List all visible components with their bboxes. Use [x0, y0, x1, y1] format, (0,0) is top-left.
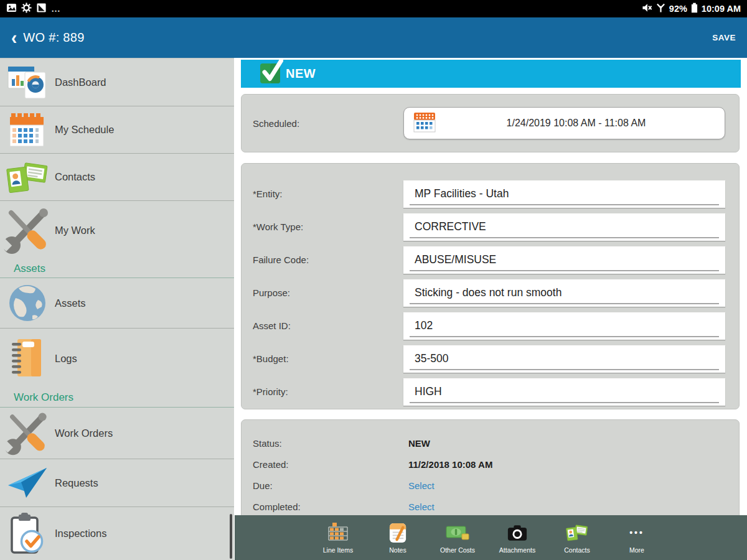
form-row-failure-code: Failure Code: ABUSE/MISUSE — [242, 243, 739, 276]
sidebar-section-label: Assets — [14, 263, 45, 275]
field-label: Asset ID: — [242, 320, 403, 331]
sidebar-item-label: Contacts — [55, 171, 95, 183]
field-label: *Work Type: — [242, 222, 403, 232]
work-type-field[interactable]: CORRECTIVE — [403, 213, 725, 241]
due-row: Due: Select — [242, 475, 739, 496]
toolbar-other-costs-button[interactable]: Other Costs — [428, 521, 487, 554]
notification-overflow-icon: … — [51, 6, 60, 12]
sidebar-section-label: Work Orders — [14, 391, 73, 404]
completed-label: Completed: — [242, 502, 408, 512]
toolbar-item-label: Notes — [389, 546, 406, 554]
created-label: Created: — [242, 459, 408, 470]
wrench-screwdriver-icon — [0, 409, 55, 457]
status-banner-text: NEW — [286, 67, 316, 81]
field-label: *Budget: — [242, 353, 403, 364]
paper-plane-icon — [0, 467, 55, 499]
scheduled-date-value: 1/24/2019 10:08 AM - 11:08 AM — [436, 118, 716, 129]
sidebar-item-label: Logs — [55, 353, 77, 365]
schedule-calendar-icon — [0, 112, 55, 148]
toolbar-notes-button[interactable]: Notes — [368, 521, 428, 554]
logs-notebook-icon — [0, 338, 55, 379]
status-value: NEW — [408, 438, 430, 449]
line-items-icon — [327, 521, 349, 544]
sidebar-item-requests[interactable]: Requests — [0, 459, 234, 507]
purpose-field[interactable]: Sticking - does not run smooth — [403, 279, 725, 307]
status-row: Status: NEW — [242, 432, 739, 454]
asset-id-field[interactable]: 102 — [403, 312, 725, 340]
contacts-cards-icon — [0, 161, 55, 194]
failure-code-field[interactable]: ABUSE/MISUSE — [403, 246, 725, 274]
scheduled-panel: Scheduled: 1/24/2019 10:08 AM - 11:08 AM — [241, 94, 740, 152]
sidebar-item-my-schedule[interactable]: My Schedule — [0, 106, 234, 154]
field-label: *Entity: — [242, 189, 403, 199]
created-row: Created: 11/2/2018 10:08 AM — [242, 454, 739, 475]
toolbar-item-label: Attachments — [499, 546, 535, 554]
field-label: Failure Code: — [242, 254, 403, 265]
android-status-bar: … 92% 10:09 AM — [0, 0, 747, 17]
toolbar-contacts-button[interactable]: Contacts — [547, 521, 607, 554]
toolbar-line-items-button[interactable]: Line Items — [308, 521, 368, 554]
sidebar-item-assets[interactable]: Assets — [0, 278, 234, 329]
form-row-entity: *Entity: MP Facilities - Utah — [242, 177, 739, 210]
due-select-link[interactable]: Select — [408, 480, 435, 491]
sidebar-item-label: DashBoard — [55, 77, 106, 88]
work-order-detail: NEW Scheduled: 1/24/2019 10:08 AM - 11:0… — [235, 58, 747, 560]
form-row-budget: *Budget: 35-500 — [242, 342, 739, 375]
save-button[interactable]: SAVE — [712, 33, 736, 42]
battery-icon — [691, 2, 698, 15]
toolbar-item-label: Contacts — [564, 546, 590, 554]
toolbar-more-button[interactable]: ••• More — [607, 521, 667, 554]
sidebar-section-work-orders: Work Orders — [0, 388, 234, 408]
sidebar-item-my-work[interactable]: My Work — [0, 201, 234, 259]
form-row-priority: *Priority: HIGH — [242, 375, 739, 408]
sidebar-item-label: Work Orders — [55, 427, 113, 439]
scheduled-label: Scheduled: — [242, 118, 403, 129]
sidebar-item-logs[interactable]: Logs — [0, 329, 234, 388]
sidebar-scrollbar[interactable] — [230, 514, 232, 559]
status-banner: NEW — [241, 60, 741, 88]
calendar-icon — [413, 110, 436, 136]
completed-select-link[interactable]: Select — [408, 502, 435, 512]
inspection-clipboard-icon — [0, 513, 55, 555]
more-dots-icon: ••• — [629, 521, 644, 544]
toolbar-item-label: Other Costs — [440, 546, 475, 554]
toolbar-item-label: More — [629, 546, 644, 554]
due-label: Due: — [242, 480, 408, 491]
bottom-toolbar: Line Items Notes Other Costs Attachments… — [235, 515, 747, 560]
work-order-form-panel: *Entity: MP Facilities - Utah *Work Type… — [241, 163, 740, 409]
app-header: ‹ WO #: 889 SAVE — [0, 17, 747, 58]
scheduled-date-button[interactable]: 1/24/2019 10:08 AM - 11:08 AM — [403, 107, 725, 139]
back-chevron-icon[interactable]: ‹ — [11, 29, 17, 47]
notes-icon — [388, 521, 408, 544]
other-costs-icon — [446, 521, 469, 544]
completed-row: Completed: Select — [242, 496, 739, 517]
created-value: 11/2/2018 10:08 AM — [408, 459, 492, 470]
notification-screenshot-icon — [6, 2, 17, 16]
dashboard-icon — [0, 65, 55, 100]
sidebar-item-label: My Schedule — [55, 124, 114, 136]
camera-icon — [507, 521, 528, 544]
notification-capture-icon — [36, 2, 47, 16]
checkmark-icon — [260, 56, 283, 87]
form-row-work-type: *Work Type: CORRECTIVE — [242, 210, 739, 243]
form-row-asset-id: Asset ID: 102 — [242, 309, 739, 342]
sidebar-item-inspections[interactable]: Inspections — [0, 507, 234, 560]
entity-field[interactable]: MP Facilities - Utah — [403, 180, 725, 208]
priority-field[interactable]: HIGH — [403, 378, 725, 406]
globe-icon — [0, 283, 55, 323]
sidebar-item-label: My Work — [55, 225, 95, 236]
field-label: *Priority: — [242, 386, 403, 397]
sidebar-section-assets: Assets — [0, 259, 234, 278]
field-label: Purpose: — [242, 287, 403, 298]
sidebar-item-dashboard[interactable]: DashBoard — [0, 58, 234, 106]
contacts-small-icon — [566, 521, 588, 544]
toolbar-attachments-button[interactable]: Attachments — [487, 521, 547, 554]
sidebar-item-work-orders[interactable]: Work Orders — [0, 408, 234, 459]
toolbar-item-label: Line Items — [323, 546, 353, 554]
signal-antenna-icon — [656, 2, 665, 15]
mute-icon — [642, 2, 652, 15]
budget-field[interactable]: 35-500 — [403, 345, 725, 373]
form-row-purpose: Purpose: Sticking - does not run smooth — [242, 276, 739, 309]
clock-text: 10:09 AM — [702, 4, 741, 14]
sidebar-item-contacts[interactable]: Contacts — [0, 154, 234, 201]
